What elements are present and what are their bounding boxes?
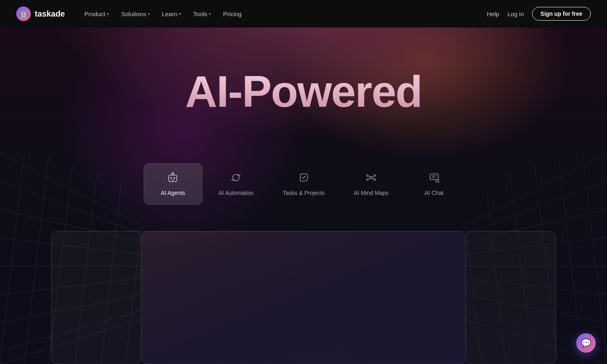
svg-rect-34	[169, 175, 177, 182]
svg-line-47	[368, 176, 370, 177]
svg-point-38	[174, 177, 175, 179]
nav-label-solutions: Solutions	[121, 11, 146, 17]
tab-ai-mind-maps[interactable]: AI Mind Maps	[341, 164, 402, 204]
svg-point-41	[305, 178, 308, 182]
tab-label-tasks-projects: Tasks & Projects	[283, 190, 325, 196]
nav-item-solutions[interactable]: Solutions ▾	[116, 8, 155, 20]
svg-point-42	[370, 176, 372, 179]
svg-line-50	[372, 178, 374, 179]
nav-item-learn[interactable]: Learn ▾	[157, 8, 186, 20]
nav-label-pricing: Pricing	[223, 11, 242, 17]
tab-label-ai-mind-maps: AI Mind Maps	[354, 190, 389, 196]
chevron-down-icon: ▾	[148, 12, 150, 16]
logo-icon: 🤖	[16, 6, 31, 21]
svg-line-49	[372, 176, 374, 177]
ai-agents-icon	[167, 172, 178, 186]
svg-point-46	[374, 179, 376, 180]
tasks-projects-icon	[298, 172, 310, 186]
nav-item-tools[interactable]: Tools ▾	[188, 8, 216, 20]
tab-label-ai-agents: AI Agents	[161, 190, 185, 196]
signup-button[interactable]: Sign up for free	[532, 7, 591, 21]
hero-section: AI-Powered AI Agents	[0, 28, 607, 364]
login-link[interactable]: Log in	[507, 11, 524, 17]
svg-point-43	[367, 175, 368, 176]
nav-label-tools: Tools	[193, 11, 207, 17]
svg-point-44	[367, 179, 368, 180]
feature-tabs: AI Agents AI Automation	[144, 163, 463, 205]
ai-chat-icon	[429, 172, 440, 186]
svg-point-35	[172, 172, 174, 174]
ai-automation-icon	[230, 172, 242, 186]
nav-links: Product ▾ Solutions ▾ Learn ▾ Tools ▾ Pr…	[80, 8, 247, 20]
chat-support-icon: 💬	[581, 338, 591, 348]
tab-ai-agents[interactable]: AI Agents	[144, 163, 202, 205]
nav-item-pricing[interactable]: Pricing	[218, 8, 246, 20]
logo[interactable]: 🤖 taskade	[16, 6, 65, 21]
chat-support-button[interactable]: 💬	[576, 333, 596, 353]
svg-line-48	[368, 178, 370, 179]
ai-mind-maps-icon	[365, 172, 377, 186]
nav-label-product: Product	[85, 11, 106, 17]
tab-tasks-projects[interactable]: Tasks & Projects	[270, 164, 337, 204]
nav-right: Help Log in Sign up for free	[487, 7, 591, 21]
hero-title: AI-Powered	[185, 68, 422, 115]
navigation: 🤖 taskade Product ▾ Solutions ▾ Learn ▾ …	[0, 0, 607, 28]
nav-label-learn: Learn	[162, 11, 177, 17]
tab-ai-automation[interactable]: AI Automation	[206, 164, 267, 204]
svg-point-45	[374, 175, 376, 176]
chevron-down-icon: ▾	[107, 12, 109, 16]
chevron-down-icon: ▾	[179, 12, 181, 16]
help-link[interactable]: Help	[487, 11, 499, 17]
svg-point-37	[170, 177, 172, 179]
chevron-down-icon: ▾	[209, 12, 211, 16]
tab-label-ai-chat: AI Chat	[424, 190, 444, 196]
tab-label-ai-automation: AI Automation	[219, 190, 254, 196]
nav-item-product[interactable]: Product ▾	[80, 8, 114, 20]
tab-ai-chat[interactable]: AI Chat	[405, 164, 463, 204]
nav-left: 🤖 taskade Product ▾ Solutions ▾ Learn ▾ …	[16, 6, 246, 21]
svg-rect-51	[430, 174, 438, 180]
brand-name: taskade	[35, 9, 65, 19]
